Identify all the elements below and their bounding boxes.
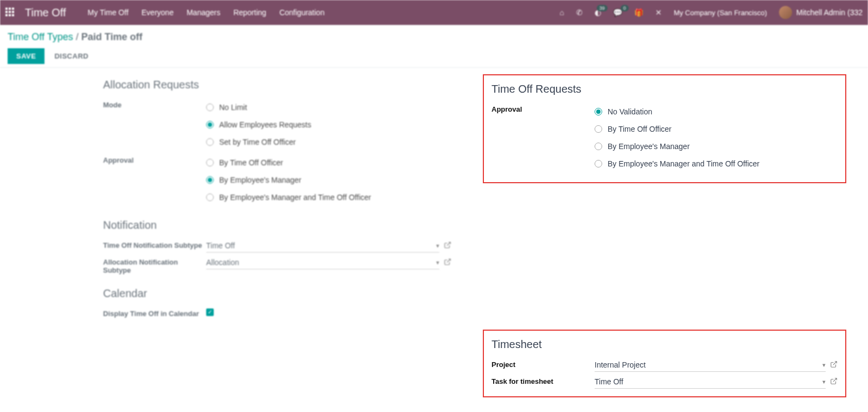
- gift-icon[interactable]: 🎁: [634, 8, 643, 17]
- mode-set-by-officer[interactable]: Set by Time Off Officer: [206, 133, 467, 151]
- approval-no-validation[interactable]: No Validation: [595, 103, 838, 120]
- phone-icon[interactable]: ✆: [576, 8, 583, 17]
- alloc-approval-label: Approval: [103, 154, 206, 164]
- timeoff-requests-highlight: Time Off Requests Approval No Validation…: [483, 74, 846, 183]
- mode-allow-employees[interactable]: Allow Employees Requests: [206, 116, 467, 133]
- alloc-sub-select[interactable]: Allocation ▾: [206, 256, 439, 269]
- nav-right: ⌂ ✆ ◐39 💬0 🎁 ✕ My Company (San Francisco…: [559, 6, 863, 19]
- top-nav: Time Off My Time Off Everyone Managers R…: [0, 0, 868, 25]
- timesheet-title: Timesheet: [492, 338, 838, 351]
- user-menu[interactable]: Mitchell Admin (332: [779, 6, 863, 19]
- display-in-calendar-label: Display Time Off in Calendar: [103, 307, 206, 318]
- nav-reporting[interactable]: Reporting: [233, 8, 266, 17]
- project-label: Project: [492, 358, 595, 369]
- breadcrumb-parent[interactable]: Time Off Types: [8, 31, 73, 42]
- company-switcher[interactable]: My Company (San Francisco): [674, 9, 767, 17]
- brand[interactable]: Time Off: [25, 7, 66, 19]
- task-select[interactable]: Time Off ▾: [595, 375, 826, 389]
- mode-label: Mode: [103, 99, 206, 109]
- approval-by-both[interactable]: By Employee's Manager and Time Off Offic…: [595, 155, 838, 172]
- nav-configuration[interactable]: Configuration: [279, 8, 324, 17]
- form-content: Allocation Requests Mode No Limit Allow …: [0, 68, 868, 403]
- external-link-icon[interactable]: [830, 360, 838, 370]
- notification-title: Notification: [103, 219, 467, 231]
- nav-my-time-off[interactable]: My Time Off: [88, 8, 129, 17]
- subheader: Time Off Types / Paid Time off SAVE DISC…: [0, 25, 868, 68]
- left-column: Allocation Requests Mode No Limit Allow …: [103, 74, 467, 403]
- breadcrumb-current: Paid Time off: [81, 31, 143, 42]
- external-link-icon[interactable]: [830, 377, 838, 387]
- chevron-down-icon: ▾: [822, 362, 826, 369]
- timeoff-sub-label: Time Off Notification Subtype: [103, 239, 206, 249]
- alloc-sub-label: Allocation Notification Subtype: [103, 256, 206, 274]
- apps-icon[interactable]: [5, 8, 15, 17]
- svg-line-1: [447, 259, 450, 262]
- save-button[interactable]: SAVE: [8, 48, 44, 64]
- breadcrumb: Time Off Types / Paid Time off: [8, 31, 860, 43]
- nav-everyone[interactable]: Everyone: [142, 8, 174, 17]
- chevron-down-icon: ▾: [436, 242, 439, 249]
- timesheet-highlight: Timesheet Project Internal Project ▾ Tas…: [483, 330, 846, 397]
- mode-no-limit[interactable]: No Limit: [206, 99, 467, 116]
- svg-line-0: [447, 242, 450, 246]
- requests-approval-label: Approval: [492, 103, 595, 113]
- nav-menu: My Time Off Everyone Managers Reporting …: [88, 8, 325, 17]
- clock-icon[interactable]: ◐39: [595, 8, 601, 17]
- avatar: [779, 6, 792, 19]
- close-icon[interactable]: ✕: [655, 8, 662, 17]
- svg-line-3: [833, 378, 837, 382]
- project-select[interactable]: Internal Project ▾: [595, 358, 826, 372]
- approval-by-officer[interactable]: By Time Off Officer: [595, 120, 838, 138]
- nav-managers[interactable]: Managers: [187, 8, 220, 17]
- timeoff-sub-select[interactable]: Time Off ▾: [206, 239, 439, 253]
- alloc-approval-both[interactable]: By Employee's Manager and Time Off Offic…: [206, 189, 467, 206]
- task-label: Task for timesheet: [492, 375, 595, 385]
- approval-by-manager[interactable]: By Employee's Manager: [595, 138, 838, 155]
- chat-icon[interactable]: 💬0: [613, 8, 622, 17]
- alloc-approval-officer[interactable]: By Time Off Officer: [206, 154, 467, 171]
- home-icon[interactable]: ⌂: [559, 8, 564, 17]
- svg-line-2: [833, 362, 837, 365]
- chat-badge: 0: [621, 5, 629, 11]
- requests-title: Time Off Requests: [492, 83, 838, 95]
- external-link-icon[interactable]: [444, 241, 451, 250]
- external-link-icon[interactable]: [444, 258, 451, 267]
- allocation-title: Allocation Requests: [103, 79, 467, 91]
- calendar-title: Calendar: [103, 287, 467, 300]
- chevron-down-icon: ▾: [822, 378, 826, 385]
- alloc-approval-manager[interactable]: By Employee's Manager: [206, 171, 467, 189]
- discard-button[interactable]: DISCARD: [54, 52, 88, 60]
- chevron-down-icon: ▾: [436, 259, 439, 266]
- display-in-calendar-checkbox[interactable]: ✓: [206, 308, 214, 316]
- clock-badge: 39: [597, 5, 608, 11]
- user-name: Mitchell Admin (332: [796, 8, 863, 17]
- right-column: Time Off Requests Approval No Validation…: [483, 74, 852, 403]
